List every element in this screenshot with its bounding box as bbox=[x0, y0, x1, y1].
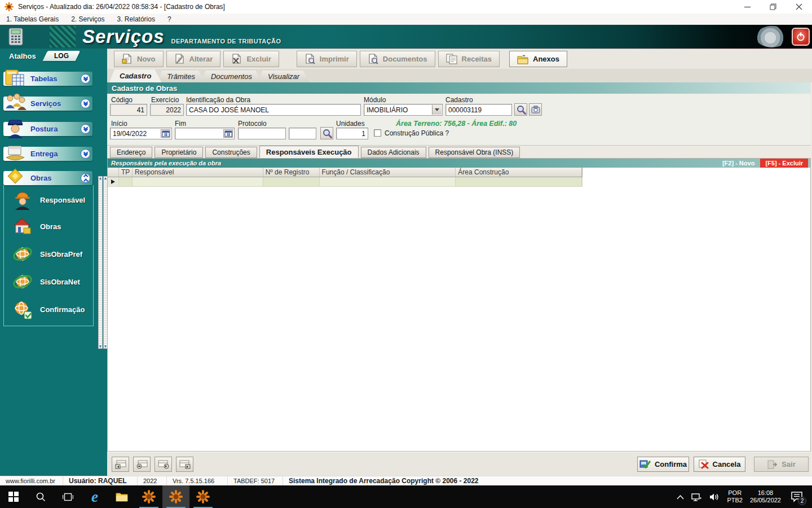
app-window-button-3[interactable] bbox=[189, 485, 217, 508]
tab-cadastro[interactable]: Cadastro bbox=[109, 69, 161, 82]
restore-button[interactable] bbox=[760, 0, 786, 14]
tab-documentos[interactable]: Documentos bbox=[201, 71, 262, 82]
status-bar: www.fiorilli.com.br Usuário: RAQUEL 2022… bbox=[0, 476, 812, 485]
cadastro-photo-button[interactable] bbox=[529, 103, 542, 116]
language-indicator[interactable]: POR PTB2 bbox=[727, 489, 743, 504]
app-window-button-1[interactable] bbox=[135, 485, 162, 508]
task-view-button[interactable] bbox=[54, 485, 81, 508]
protocolo-field[interactable] bbox=[238, 128, 286, 139]
subtab-responsavel-obra-inss[interactable]: Responsável Obra (INSS) bbox=[429, 147, 520, 158]
codigo-field[interactable]: 41 bbox=[110, 104, 147, 116]
excluir-button[interactable]: Excluir bbox=[223, 51, 279, 67]
grid-header-funcao[interactable]: Função / Classificação bbox=[320, 168, 456, 177]
calendar-icon[interactable] bbox=[223, 129, 233, 138]
documentos-button[interactable]: Documentos bbox=[360, 51, 435, 67]
menu-help[interactable]: ? bbox=[161, 14, 178, 24]
main-tabstrip: Cadastro Trâmites Documentos Visualizar bbox=[107, 69, 812, 82]
start-button[interactable] bbox=[0, 485, 27, 508]
subtab-proprietario[interactable]: Proprietário bbox=[155, 147, 203, 158]
shortcut-f5-excluir[interactable]: [F5] - Excluir bbox=[760, 159, 808, 168]
chevron-down-icon[interactable] bbox=[81, 149, 90, 159]
search-icon bbox=[516, 104, 526, 115]
last-record-button[interactable] bbox=[176, 457, 193, 472]
calendar-icon[interactable] bbox=[161, 129, 170, 138]
sidebar-item-obras[interactable]: Obras bbox=[12, 216, 61, 237]
grid-header-registro[interactable]: Nº de Registro bbox=[263, 168, 320, 177]
protocolo-field-2[interactable] bbox=[289, 128, 316, 139]
chevron-up-icon[interactable] bbox=[81, 173, 90, 183]
menu-relatorios[interactable]: 3. Relatórios bbox=[111, 14, 161, 24]
file-explorer-button[interactable] bbox=[108, 485, 135, 508]
network-icon[interactable] bbox=[691, 493, 702, 501]
receitas-button[interactable]: Receitas bbox=[438, 51, 500, 67]
subtab-construcoes[interactable]: Construções bbox=[205, 147, 257, 158]
banner-title: Serviços bbox=[82, 26, 165, 47]
exit-power-button[interactable] bbox=[792, 28, 810, 46]
menu-servicos[interactable]: 2. Serviços bbox=[65, 14, 111, 24]
construcao-publica-checkbox[interactable] bbox=[374, 129, 381, 137]
prior-record-button[interactable] bbox=[133, 457, 151, 472]
construcao-publica-label: Construção Pública ? bbox=[385, 129, 449, 137]
subtab-endereco[interactable]: Endereço bbox=[110, 147, 152, 158]
banner-decor-pattern bbox=[50, 26, 76, 47]
sidebar-group-tabelas[interactable]: Tabelas bbox=[3, 72, 92, 86]
task-view-icon bbox=[63, 492, 73, 502]
scrollbar-vertical[interactable] bbox=[98, 176, 103, 349]
grid-header-tp[interactable]: TP bbox=[119, 168, 133, 177]
anexos-button[interactable]: Anexos bbox=[509, 51, 567, 67]
grid-header-area[interactable]: Área Construção bbox=[456, 168, 582, 177]
menu-tabelas-gerais[interactable]: 1. Tabelas Gerais bbox=[0, 14, 65, 24]
novo-icon bbox=[122, 54, 133, 64]
exercicio-field[interactable]: 2022 bbox=[150, 104, 184, 116]
modulo-select[interactable]: IMOBILIÁRIO bbox=[364, 104, 443, 116]
clock[interactable]: 16:08 26/05/2022 bbox=[750, 489, 781, 504]
chevron-down-icon[interactable] bbox=[81, 99, 90, 108]
sidebar-item-confirmacao[interactable]: Confirmação bbox=[12, 299, 85, 319]
sidebar-group-entrega[interactable]: Entrega bbox=[3, 147, 92, 161]
sidebar-group-servicos[interactable]: Serviços bbox=[3, 97, 92, 111]
alterar-button[interactable]: Alterar bbox=[166, 51, 221, 67]
novo-button[interactable]: Novo bbox=[114, 51, 164, 67]
fim-date-field[interactable] bbox=[175, 128, 235, 139]
sidebar-group-obras[interactable]: Obras bbox=[3, 171, 92, 185]
cadastro-search-button[interactable] bbox=[514, 103, 527, 116]
first-record-button[interactable] bbox=[112, 457, 129, 472]
sair-button[interactable]: Sair bbox=[754, 457, 809, 472]
cell-registro bbox=[263, 177, 320, 186]
internet-explorer-button[interactable]: e bbox=[81, 485, 108, 508]
identificacao-field[interactable]: CASA DO JOSÉ MANOEL bbox=[186, 104, 361, 116]
shortcut-f2-novo[interactable]: [F2] - Novo bbox=[717, 160, 760, 167]
tab-tramites[interactable]: Trâmites bbox=[157, 71, 205, 82]
sidebar-item-sisobrapref[interactable]: SisObraPref bbox=[12, 244, 82, 264]
sidebar-item-sisobranet[interactable]: SisObraNet bbox=[12, 271, 80, 292]
cancela-button[interactable]: Cancela bbox=[694, 457, 745, 472]
tab-visualizar[interactable]: Visualizar bbox=[258, 71, 310, 82]
taskbar-search-button[interactable] bbox=[27, 485, 54, 508]
subtab-dados-adicionais[interactable]: Dados Adicionais bbox=[361, 147, 426, 158]
imprimir-button[interactable]: Imprimir bbox=[297, 51, 357, 67]
grid-header-responsavel[interactable]: Responsável bbox=[133, 168, 263, 177]
unidades-field[interactable]: 1 bbox=[336, 128, 368, 139]
close-button[interactable] bbox=[786, 0, 812, 14]
sidebar-log-tab[interactable]: LOG bbox=[42, 51, 80, 61]
protocolo-search-button[interactable] bbox=[320, 127, 333, 139]
volume-icon[interactable] bbox=[709, 493, 720, 501]
minimize-button[interactable] bbox=[734, 0, 760, 14]
bottom-bar: Confirma Cancela Sair bbox=[107, 452, 811, 476]
sidebar-item-responsavel[interactable]: Responsável bbox=[12, 190, 85, 210]
table-row[interactable] bbox=[108, 177, 582, 187]
confirma-button[interactable]: Confirma bbox=[637, 457, 689, 472]
action-center-button[interactable]: 2 bbox=[788, 489, 805, 505]
next-record-button[interactable] bbox=[155, 457, 172, 472]
app-window-button-2[interactable] bbox=[162, 485, 189, 508]
grid-area: Responsáveis pela execução da obra [F2] … bbox=[107, 158, 811, 452]
row-selector-cell bbox=[108, 177, 119, 186]
chevron-down-icon[interactable] bbox=[432, 105, 442, 115]
chevron-up-icon[interactable] bbox=[677, 494, 684, 500]
chevron-down-icon[interactable] bbox=[81, 74, 90, 84]
sidebar-group-postura[interactable]: Postura bbox=[3, 122, 92, 136]
subtab-responsaveis-execucao[interactable]: Responsáveis Execução bbox=[259, 146, 359, 158]
cadastro-field[interactable]: 000003119 bbox=[445, 104, 512, 116]
chevron-down-icon[interactable] bbox=[81, 124, 90, 134]
inicio-date-field[interactable]: 19/04/2022 bbox=[110, 128, 172, 139]
